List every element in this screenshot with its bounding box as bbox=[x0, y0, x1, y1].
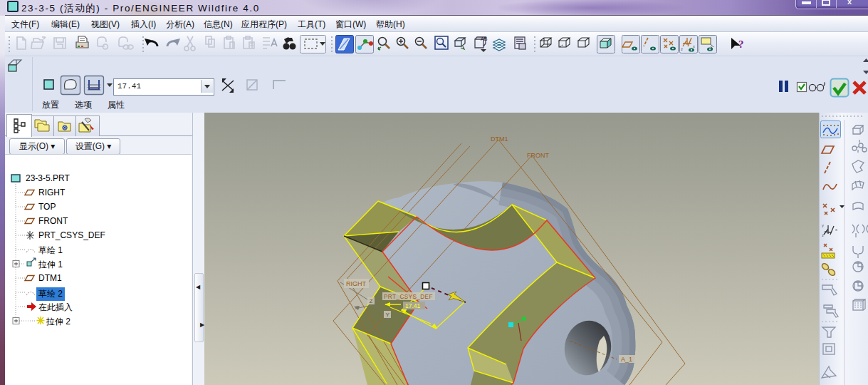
svg-text:FRONT: FRONT bbox=[527, 152, 549, 159]
svg-text:?: ? bbox=[738, 38, 744, 50]
svg-text:x: x bbox=[693, 44, 695, 48]
svg-text:z: z bbox=[822, 233, 824, 237]
svg-text:z: z bbox=[681, 47, 683, 51]
svg-text:x: x bbox=[835, 227, 837, 232]
svg-text:AB: AB bbox=[481, 36, 488, 41]
svg-text:Y: Y bbox=[386, 312, 390, 318]
svg-text:Z: Z bbox=[370, 298, 373, 304]
svg-text:y: y bbox=[822, 223, 824, 227]
svg-text:A_1: A_1 bbox=[621, 356, 632, 363]
svg-text:17.41: 17.41 bbox=[405, 302, 421, 309]
svg-text:RIGHT: RIGHT bbox=[346, 280, 367, 287]
svg-text:DTM1: DTM1 bbox=[491, 135, 508, 143]
svg-text:PRT_CSYS_DEF: PRT_CSYS_DEF bbox=[384, 294, 433, 300]
